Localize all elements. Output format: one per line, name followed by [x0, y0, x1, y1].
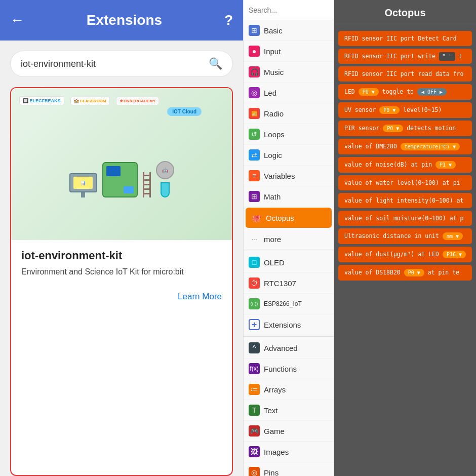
block-rfid-detect[interactable]: RFID sensor IIC port Detect Card	[338, 31, 472, 46]
sidebar-item-game[interactable]: 🎮 Game	[244, 421, 334, 442]
sidebar-item-variables[interactable]: ≡ Variables	[244, 166, 334, 186]
sidebar-item-loops[interactable]: ↺ Loops	[244, 124, 334, 145]
logo-classroom: 🏫 CLASSROOM	[70, 97, 110, 105]
right-items: 🤖	[156, 161, 174, 197]
sidebar-item-extensions[interactable]: + Extensions	[244, 314, 334, 335]
sidebar-item-functions[interactable]: f(x) Functions	[244, 359, 334, 379]
block-uv-sensor[interactable]: UV sensor P0 ▼ level(0~15)	[338, 102, 472, 118]
search-icon[interactable]: 🔍	[209, 57, 222, 70]
functions-label: Functions	[264, 365, 297, 373]
oled-icon: □	[249, 257, 260, 268]
game-label: Game	[264, 427, 285, 435]
block-ds18b20[interactable]: value of DS18B20 P0 ▼ at pin te	[338, 265, 472, 281]
block-soil-moisture[interactable]: value of soil moisture(0~100) at p	[338, 211, 472, 226]
led-icon: ◎	[249, 87, 260, 98]
advanced-icon: ^	[249, 342, 260, 353]
logo-tinkercademy: ★TINKERCADEMY	[116, 97, 159, 105]
rtc-label: RTC1307	[264, 279, 296, 288]
arrays-label: Arrays	[264, 385, 286, 394]
game-icon: 🎮	[249, 425, 260, 437]
logos-row: 🔲 ELECFREAKS 🏫 CLASSROOM ★TINKERCADEMY	[19, 96, 159, 105]
back-button[interactable]: ←	[10, 12, 24, 28]
flask-shape	[161, 182, 170, 197]
text-icon: T	[249, 405, 260, 416]
block-dust[interactable]: value of dust(μg/m³) at LED P16 ▼	[338, 247, 472, 262]
robot-shape: 🤖	[156, 161, 174, 179]
sidebar-item-advanced[interactable]: ^ Advanced	[244, 338, 334, 359]
block-text-rfid-detect: RFID sensor IIC port Detect Card	[344, 35, 457, 42]
block-text-soil: value of soil moisture(0~100) at p	[344, 215, 463, 222]
block-text-light: value of light intensity(0~100) at	[344, 197, 463, 204]
rtc-icon: ⏱	[249, 277, 260, 289]
loops-label: Loops	[264, 130, 285, 139]
search-bar: 🔍	[10, 51, 233, 77]
search-input[interactable]	[21, 59, 209, 69]
block-rfid-read[interactable]: RFID sensor IIC port read data fro	[338, 66, 472, 82]
block-light-intensity[interactable]: value of light intensity(0~100) at	[338, 193, 472, 208]
monitor-stand	[81, 192, 85, 197]
block-led-toggle[interactable]: LED P0 ▼ toggle to ◀ OFF ▶	[338, 84, 472, 100]
loops-icon: ↺	[249, 129, 260, 140]
sidebar-item-pins[interactable]: ◎ Pins	[244, 462, 334, 476]
extensions-label: Extensions	[264, 321, 301, 329]
block-bme280[interactable]: value of BME280 temperature(℃) ▼	[338, 139, 472, 154]
middle-search-input[interactable]	[249, 6, 334, 14]
block-rfid-write[interactable]: RFID sensor IIC port write " " t	[338, 49, 472, 64]
learn-more-button[interactable]: Learn More	[11, 287, 232, 310]
sidebar-item-arrays[interactable]: ≔ Arrays	[244, 379, 334, 400]
music-label: Music	[264, 68, 284, 76]
math-icon: ⊞	[249, 191, 260, 202]
sidebar-item-text[interactable]: T Text	[244, 400, 334, 421]
sidebar-item-radio[interactable]: 📶 Radio	[244, 103, 334, 124]
board	[106, 166, 121, 176]
monitor-group: 📊	[69, 173, 97, 197]
card-image: 🔲 ELECFREAKS 🏫 CLASSROOM ★TINKERCADEMY I…	[11, 88, 232, 240]
sidebar-item-more[interactable]: ··· more	[244, 229, 334, 250]
led-label: Led	[264, 89, 276, 97]
sidebar-item-esp8266[interactable]: ((·)) ESP8266_IoT	[244, 294, 334, 314]
block-text-ds18b20: value of DS18B20 P0 ▼ at pin te	[344, 269, 459, 276]
chip	[124, 186, 134, 193]
block-text-uv: UV sensor P0 ▼ level(0~15)	[344, 106, 442, 114]
music-icon: 🎧	[249, 66, 260, 77]
sidebar-item-input[interactable]: ● Input	[244, 41, 334, 62]
sidebar-item-music[interactable]: 🎧 Music	[244, 62, 334, 83]
variables-icon: ≡	[249, 170, 260, 181]
logic-icon: ⇄	[249, 149, 260, 161]
sidebar-item-octopus[interactable]: 🐙 Octopus	[246, 208, 332, 228]
block-water-level[interactable]: value of water level(0~100) at pi	[338, 175, 472, 190]
right-panel: Octopus RFID sensor IIC port Detect Card…	[334, 0, 476, 476]
variables-label: Variables	[264, 172, 295, 180]
sidebar-item-rtc1307[interactable]: ⏱ RTC1307	[244, 273, 334, 294]
sidebar-item-math[interactable]: ⊞ Math	[244, 186, 334, 207]
block-text-noise: value of noise(dB) at pin P1 ▼	[344, 161, 456, 169]
monitor-shape: 📊	[69, 173, 97, 192]
block-text-bme280: value of BME280 temperature(℃) ▼	[344, 143, 460, 150]
sidebar-list: ⊞ Basic ● Input 🎧 Music ◎ Led 📶 Radio ↺ …	[244, 20, 334, 476]
arrays-icon: ≔	[249, 384, 260, 395]
sidebar-item-images[interactable]: 🖼 Images	[244, 442, 334, 462]
iot-diagram: 📊 🤖	[69, 161, 174, 197]
middle-panel: 🔍 ⊞ Basic ● Input 🎧 Music ◎ Led 📶 Radio …	[243, 0, 334, 476]
sidebar-item-logic[interactable]: ⇄ Logic	[244, 145, 334, 166]
functions-icon: f(x)	[249, 363, 260, 374]
block-text-water: value of water level(0~100) at pi	[344, 179, 460, 186]
block-text-pir: PIR sensor P0 ▼ detects motion	[344, 125, 456, 132]
octopus-label: Octopus	[266, 214, 294, 222]
block-ultrasonic[interactable]: Ultrasonic distance in unit mm ▼	[338, 228, 472, 244]
card-title: iot-environment-kit	[21, 249, 222, 262]
page-title: Extensions	[87, 12, 162, 28]
sidebar-item-oled[interactable]: □ OLED	[244, 252, 334, 273]
left-panel: ← Extensions ? 🔍 🔲 ELECFREAKS 🏫 CLASSROO…	[0, 0, 243, 476]
block-noise[interactable]: value of noise(dB) at pin P1 ▼	[338, 157, 472, 173]
sidebar-item-led[interactable]: ◎ Led	[244, 83, 334, 103]
help-button[interactable]: ?	[224, 12, 233, 28]
extension-card: 🔲 ELECFREAKS 🏫 CLASSROOM ★TINKERCADEMY I…	[10, 87, 233, 476]
extensions-header: ← Extensions ?	[0, 0, 243, 41]
iot-cloud-label: IOT Cloud	[167, 107, 202, 116]
radio-label: Radio	[264, 109, 284, 118]
more-icon: ···	[249, 233, 260, 245]
block-pir-sensor[interactable]: PIR sensor P0 ▼ detects motion	[338, 121, 472, 136]
blocks-list: RFID sensor IIC port Detect Card RFID se…	[334, 24, 476, 476]
sidebar-item-basic[interactable]: ⊞ Basic	[244, 20, 334, 41]
